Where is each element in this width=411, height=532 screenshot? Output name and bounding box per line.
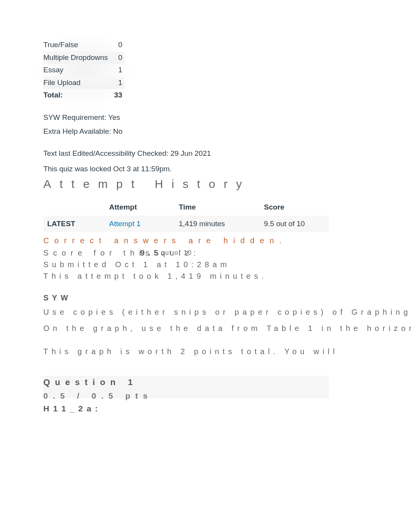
question-code: H11_2a: (43, 403, 411, 414)
last-edited: Text last Edited/Accessibility Checked: … (43, 148, 411, 159)
quiz-locked: This quiz was locked Oct 3 at 11:59pm. (43, 164, 411, 174)
history-header-blank (43, 199, 105, 216)
summary-count: 33 (110, 89, 125, 102)
attempt-history-table-wrap: Attempt Time Score LATEST Attempt 1 1,41… (43, 199, 329, 232)
summary-row-multiple-dropdowns: Multiple Dropdowns 0 (43, 51, 125, 64)
history-score: 9.5 out of 10 (260, 216, 329, 232)
score-value: 9.5 (140, 247, 162, 258)
attempt-history-heading: Attempt History (43, 176, 411, 192)
summary-count: 1 (110, 64, 125, 77)
instructions-para-1: Use copies (either snips or paper copies… (43, 306, 411, 318)
attempt-history-table: Attempt Time Score LATEST Attempt 1 1,41… (43, 199, 329, 232)
history-header-score: Score (260, 199, 329, 216)
correct-answers-hidden: Correct answers are hidden. (43, 234, 411, 247)
score-outof: out of 10 (161, 249, 192, 257)
history-latest: LATEST (43, 216, 105, 232)
summary-row-essay: Essay 1 (43, 64, 125, 77)
summary-row-truefalse: True/False 0 (43, 39, 125, 51)
history-header-attempt: Attempt (105, 199, 175, 216)
summary-count: 0 (110, 51, 125, 64)
instructions-para-3: This graph is worth 2 points total. You … (43, 346, 411, 357)
summary-label: Total: (43, 89, 110, 102)
history-data-row: LATEST Attempt 1 1,419 minutes 9.5 out o… (43, 216, 329, 232)
history-header-row: Attempt Time Score (43, 199, 329, 216)
summary-table: True/False 0 Multiple Dropdowns 0 Essay … (43, 39, 125, 102)
summary-count: 0 (110, 39, 125, 51)
instructions-para-2: On the graph, use the data from Table 1 … (43, 322, 411, 334)
score-line: Score for this quiz: 9.5 out of 10 (43, 247, 411, 258)
summary-label: Multiple Dropdowns (43, 51, 110, 64)
summary-label: File Upload (43, 77, 110, 89)
history-attempt-cell: Attempt 1 (105, 216, 175, 232)
summary-row-total: Total: 33 (43, 89, 125, 102)
attempt-duration: This attempt took 1,419 minutes. (43, 271, 411, 281)
summary-label: Essay (43, 64, 110, 77)
attempt-link[interactable]: Attempt 1 (109, 220, 140, 228)
question-type-summary: True/False 0 Multiple Dropdowns 0 Essay … (43, 39, 125, 102)
question-title: Question 1 (43, 376, 329, 389)
submitted-time: Submitted Oct 1 at 10:28am (43, 259, 411, 270)
extra-help: Extra Help Available: No (43, 126, 411, 137)
history-header-time: Time (175, 199, 260, 216)
summary-count: 1 (110, 77, 125, 89)
syw-requirement: SYW Requirement: Yes (43, 113, 411, 123)
syw-heading: SYW (43, 292, 411, 303)
history-time: 1,419 minutes (175, 216, 260, 232)
meta-block: SYW Requirement: Yes Extra Help Availabl… (43, 113, 411, 137)
summary-label: True/False (43, 39, 110, 51)
question-1-block: Question 1 0.5 / 0.5 pts H11_2a: (43, 376, 411, 414)
summary-row-file-upload: File Upload 1 (43, 77, 125, 89)
question-points: 0.5 / 0.5 pts (43, 389, 329, 402)
